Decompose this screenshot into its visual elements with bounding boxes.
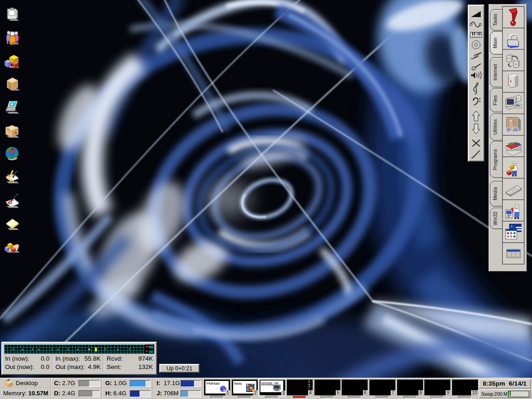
svg-text:Media: Media — [492, 187, 498, 200]
svg-text:V: V — [506, 127, 511, 133]
svg-text:C:: C: — [511, 225, 515, 229]
svg-text:Utilities: Utilities — [492, 119, 498, 135]
svg-text:A: A — [513, 127, 517, 133]
svg-text:Files: Files — [492, 95, 498, 105]
svg-text:RD: RD — [149, 345, 154, 349]
svg-text:Tasks: Tasks — [492, 14, 498, 26]
svg-text:Win32: Win32 — [492, 212, 498, 225]
svg-text:SD: SD — [149, 350, 154, 354]
svg-text:I: I — [511, 127, 513, 133]
svg-text:Main: Main — [492, 37, 498, 48]
svg-text:Programs: Programs — [492, 149, 498, 170]
svg-text:Internet: Internet — [492, 64, 498, 81]
